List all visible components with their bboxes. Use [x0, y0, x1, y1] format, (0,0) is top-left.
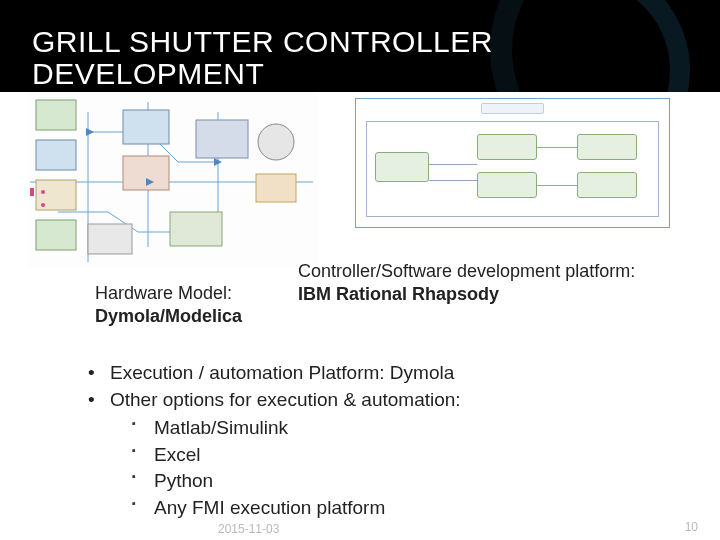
list-item: Other options for execution & automation…	[88, 387, 461, 522]
diagram-block	[577, 172, 637, 198]
hardware-model-figure	[28, 92, 318, 267]
diagram-block	[577, 134, 637, 160]
diagram-connector	[537, 185, 577, 186]
svg-rect-12	[170, 212, 222, 246]
software-caption: Controller/Software development platform…	[298, 260, 635, 305]
diagram-connector	[429, 180, 477, 181]
slide-header: GRILL SHUTTER CONTROLLER DEVELOPMENT	[0, 0, 720, 92]
hardware-caption-prefix: Hardware Model:	[95, 283, 232, 303]
svg-rect-4	[36, 100, 76, 130]
diagram-frame	[366, 121, 659, 217]
diagram-block	[375, 152, 429, 182]
list-item: Any FMI execution platform	[132, 495, 461, 522]
svg-rect-20	[30, 188, 34, 196]
svg-marker-15	[86, 128, 94, 136]
hardware-caption-tool: Dymola/Modelica	[95, 306, 242, 326]
diagram-block	[477, 134, 537, 160]
software-caption-tool: IBM Rational Rhapsody	[298, 284, 499, 304]
svg-point-13	[258, 124, 294, 160]
slide-body: Hardware Model: Dymola/Modelica Controll…	[0, 92, 720, 540]
sub-bullet-text: Matlab/Simulink	[154, 417, 288, 438]
footer-page-number: 10	[685, 520, 698, 534]
hardware-caption: Hardware Model: Dymola/Modelica	[95, 282, 242, 327]
svg-rect-7	[36, 220, 76, 250]
svg-point-19	[41, 203, 45, 207]
svg-point-18	[41, 190, 45, 194]
svg-rect-8	[123, 110, 169, 144]
svg-rect-10	[88, 224, 132, 254]
svg-rect-5	[36, 140, 76, 170]
list-item: Execution / automation Platform: Dymola	[88, 360, 461, 387]
sub-bullet-list: Matlab/Simulink Excel Python Any FMI exe…	[132, 415, 461, 521]
list-item: Matlab/Simulink	[132, 415, 461, 442]
svg-rect-11	[196, 120, 248, 158]
diagram-connector	[429, 164, 477, 165]
sub-bullet-text: Any FMI execution platform	[154, 497, 385, 518]
sub-bullet-text: Excel	[154, 444, 200, 465]
list-item: Python	[132, 468, 461, 495]
footer-date: 2015-11-03	[218, 522, 279, 536]
svg-rect-14	[256, 174, 296, 202]
software-platform-figure	[355, 98, 670, 228]
list-item: Excel	[132, 442, 461, 469]
diagram-frame-label	[481, 103, 545, 114]
decorative-swirl	[469, 0, 720, 92]
diagram-connector	[537, 147, 577, 148]
bullet-text: Other options for execution & automation…	[110, 389, 461, 410]
bullet-text: Execution / automation Platform: Dymola	[110, 362, 454, 383]
diagram-block	[477, 172, 537, 198]
bullet-list: Execution / automation Platform: Dymola …	[88, 360, 461, 522]
hardware-diagram-svg	[28, 92, 318, 267]
software-caption-prefix: Controller/Software development platform…	[298, 261, 635, 281]
slide-title: GRILL SHUTTER CONTROLLER DEVELOPMENT	[32, 26, 493, 89]
sub-bullet-text: Python	[154, 470, 213, 491]
